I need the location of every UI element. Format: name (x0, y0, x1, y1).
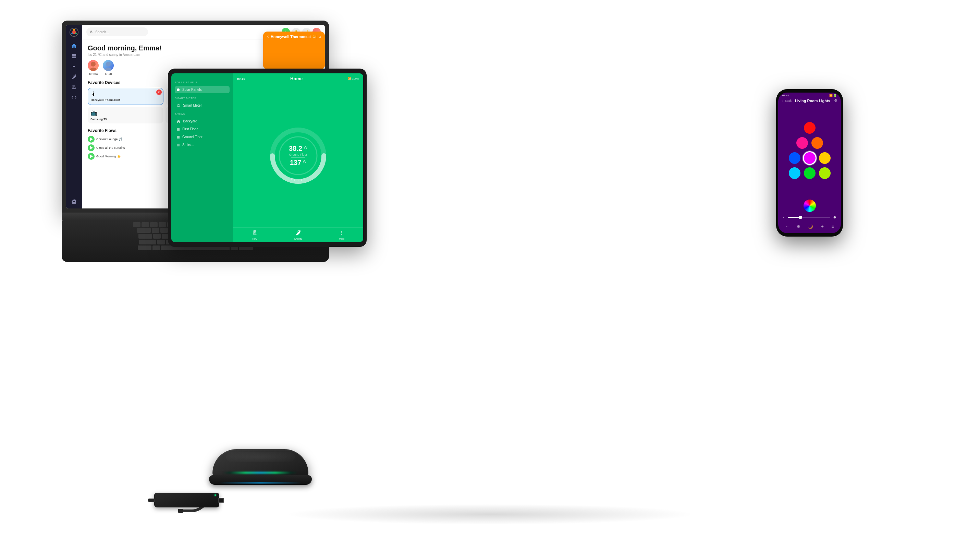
thermostat-close-x[interactable]: × (267, 34, 269, 39)
key[interactable] (157, 240, 165, 244)
tablet-nav-flow[interactable]: Flow (251, 230, 258, 240)
color-dot-red[interactable] (804, 122, 816, 134)
svg-point-2 (73, 29, 75, 30)
svg-point-6 (91, 62, 95, 67)
sidebar-leaf-icon[interactable] (70, 73, 78, 81)
color-dot-green[interactable] (804, 168, 816, 179)
svg-point-3 (75, 33, 77, 34)
brightness-thumb[interactable] (799, 215, 802, 219)
key[interactable] (150, 222, 158, 227)
brian-label: Brian (105, 72, 112, 75)
thermostat-popup[interactable]: × Honeywell Thermostat 📶 ⚙ (263, 32, 325, 69)
usb-c-plug (148, 499, 155, 502)
thermostat-popup-title: Honeywell Thermostat (271, 35, 311, 39)
hub-base (209, 475, 312, 485)
search-bar[interactable]: Search... (86, 27, 148, 36)
phone-scenes-icon[interactable]: ✦ (821, 224, 824, 229)
homey-logo[interactable] (69, 27, 79, 37)
device-card-tv[interactable]: 📺 Samsung TV (88, 107, 164, 124)
key[interactable] (161, 228, 168, 233)
tablet-nav-more[interactable]: More (339, 230, 345, 240)
energy-nav-icon (295, 230, 301, 237)
tablet-screen: SOLAR PANELS Solar Panels SMART METER Sm… (171, 73, 363, 242)
key[interactable] (159, 222, 166, 227)
smart-meter-item[interactable]: Smart Meter (175, 102, 229, 109)
color-dot-orange[interactable] (811, 137, 823, 149)
key-tab[interactable] (137, 228, 151, 233)
sidebar-settings-icon[interactable] (70, 198, 78, 206)
thermostat-gear-icon[interactable]: ⚙ (318, 35, 321, 39)
phone-moon2-icon[interactable]: 🌙 (808, 224, 813, 229)
key-caps[interactable] (138, 234, 152, 239)
svg-point-17 (834, 216, 836, 219)
tablet-battery-status: 📶 100% (348, 77, 359, 80)
flow-play-curtains[interactable] (88, 144, 95, 151)
ethernet-adapter (154, 493, 219, 507)
flow-nav-label: Flow (252, 238, 257, 240)
color-dot-yellow[interactable] (819, 152, 830, 164)
ground-floor-item[interactable]: Ground Floor (175, 133, 229, 140)
search-placeholder: Search... (95, 30, 109, 34)
laptop-sidebar (66, 25, 82, 209)
phone-schedule-icon[interactable]: ≡ (831, 224, 834, 229)
key[interactable] (152, 228, 159, 233)
ground-shadow (285, 504, 695, 525)
tablet-time: 09:41 (237, 77, 245, 81)
backyard-item[interactable]: Backyard (175, 118, 229, 125)
sidebar-scissors-icon[interactable] (70, 62, 78, 71)
back-label[interactable]: Back (785, 99, 792, 102)
color-dot-cyan[interactable] (789, 168, 800, 179)
device-card-thermostat[interactable]: 21 🌡 Honeywell Thermostat (88, 88, 164, 105)
color-wheel[interactable] (803, 199, 816, 212)
color-dot-yellow-green[interactable] (819, 168, 830, 179)
sidebar-chart-icon[interactable] (70, 83, 78, 91)
phone-settings2-icon[interactable]: ⚙ (797, 224, 800, 229)
color-row-4 (789, 168, 830, 179)
phone-header: ‹ Back Living Room Lights ⚙ (778, 97, 841, 104)
tablet-home-title: Home (290, 76, 302, 81)
phone-bottom-controls: ← ⚙ 🌙 ✦ ≡ (778, 197, 841, 233)
color-row-1 (804, 122, 816, 134)
solar-panels-label: Solar Panels (182, 88, 202, 91)
more-nav-label: More (339, 238, 344, 240)
first-floor-item[interactable]: First Floor (175, 126, 229, 133)
sidebar-grid-icon[interactable] (70, 52, 78, 61)
phone-back-arrow-icon[interactable]: ← (785, 224, 789, 229)
key-cmd[interactable] (138, 246, 151, 250)
key-shift[interactable] (139, 240, 156, 244)
svg-point-7 (106, 62, 111, 67)
energy-nav-label: Energy (294, 238, 302, 240)
brightness-slider[interactable] (788, 217, 830, 218)
phone-settings-icon[interactable]: ⚙ (834, 98, 837, 103)
color-dot-pink[interactable] (796, 137, 808, 149)
stairs-dot (177, 144, 180, 147)
key-opt[interactable] (153, 246, 160, 250)
tablet-outer: SOLAR PANELS Solar Panels SMART METER Sm… (168, 69, 367, 247)
tablet-main: 09:41 Home 📶 100% (233, 73, 363, 242)
user-avatar-emma[interactable]: Emma (88, 60, 99, 75)
stairs-item[interactable]: Stairs... (175, 141, 229, 148)
flow-play-goodmorning[interactable] (88, 153, 95, 160)
flow-play-chillout[interactable] (88, 136, 95, 143)
solar-panels-item[interactable]: Solar Panels (175, 86, 229, 93)
phone-back-button[interactable]: ‹ (781, 99, 783, 102)
thermostat-popup-header: × Honeywell Thermostat 📶 ⚙ (263, 32, 325, 42)
sidebar-code-icon[interactable] (70, 93, 78, 102)
first-floor-label: First Floor (182, 127, 198, 131)
user-avatar-brian[interactable]: Brian (103, 60, 114, 75)
tablet-nav-energy[interactable]: Energy (294, 230, 302, 240)
key[interactable] (133, 222, 140, 227)
phone: 09:41 📶 🔋 ‹ Back Living Room Lights ⚙ (776, 89, 843, 236)
energy-total-watts: 137 (290, 159, 301, 166)
color-dot-blue[interactable] (789, 152, 800, 164)
color-dot-magenta[interactable] (804, 152, 816, 164)
ground-floor-dot (177, 136, 180, 139)
key[interactable] (142, 222, 149, 227)
sidebar-home-icon[interactable] (70, 42, 78, 50)
play-triangle-curtains (90, 146, 93, 150)
thermostat-wifi-icon: 📶 (312, 35, 317, 39)
play-triangle-chillout (90, 137, 93, 141)
color-row-3 (789, 152, 830, 164)
brightness-low-icon (781, 215, 786, 219)
key[interactable] (153, 234, 161, 239)
